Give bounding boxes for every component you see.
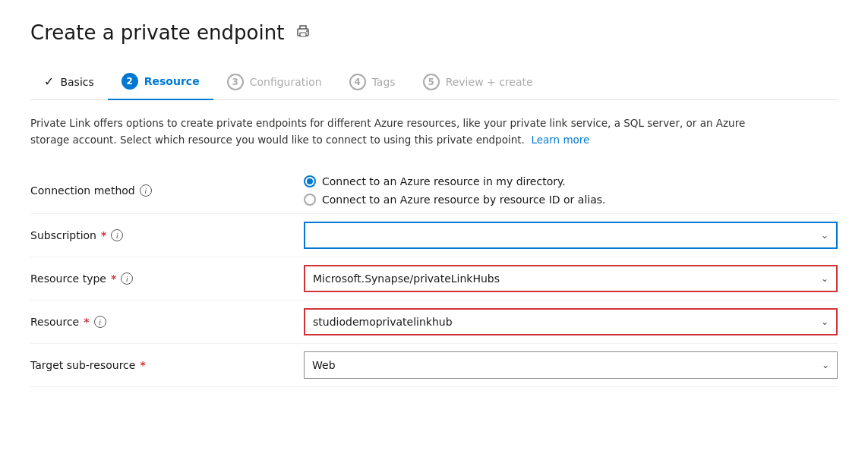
resource-type-value: Microsoft.Synapse/privateLinkHubs [313,272,500,285]
resource-type-control: Microsoft.Synapse/privateLinkHubs ⌄ [304,265,838,292]
tab-review-label: Review + create [446,76,533,88]
subscription-label: Subscription * i [30,229,304,241]
subscription-required: * [101,229,106,241]
target-sub-resource-row: Target sub-resource * Web ⌄ [30,344,838,387]
tab-tags-label: Tags [372,76,396,88]
resource-type-required: * [111,272,116,285]
resource-type-label: Resource type * i [30,272,304,285]
print-icon[interactable] [295,23,311,43]
radio-directory-btn[interactable] [304,175,316,187]
connection-method-info-icon[interactable]: i [140,184,152,197]
resource-row: Resource * i studiodemoprivatelinkhub ⌄ [30,301,838,344]
resource-type-dropdown[interactable]: Microsoft.Synapse/privateLinkHubs ⌄ [304,265,838,292]
tab-configuration-circle: 3 [227,74,244,90]
connection-method-control: Connect to an Azure resource in my direc… [304,175,838,206]
tab-configuration[interactable]: 3 Configuration [213,66,336,99]
subscription-dropdown[interactable]: ⌄ [304,222,838,249]
resource-type-dropdown-arrow: ⌄ [821,273,829,284]
tab-configuration-label: Configuration [250,76,322,88]
tab-basics-label: Basics [60,76,93,88]
target-sub-resource-required: * [140,359,145,371]
description-text: Private Link offers options to create pr… [30,115,775,148]
subscription-info-icon[interactable]: i [111,229,123,241]
wizard-tabs: ✓ Basics 2 Resource 3 Configuration 4 Ta… [30,65,838,100]
resource-dropdown[interactable]: studiodemoprivatelinkhub ⌄ [304,308,838,335]
resource-control: studiodemoprivatelinkhub ⌄ [304,308,838,335]
learn-more-link[interactable]: Learn more [531,134,589,146]
resource-info-icon[interactable]: i [94,316,106,328]
target-sub-resource-control: Web ⌄ [304,351,838,379]
tab-review-create[interactable]: 5 Review + create [409,66,547,99]
svg-rect-1 [300,33,306,36]
resource-dropdown-arrow: ⌄ [821,317,829,327]
target-sub-resource-value: Web [312,359,336,371]
connection-method-row: Connection method i Connect to an Azure … [30,168,838,214]
subscription-control: ⌄ [304,222,838,249]
page-title: Create a private endpoint [30,21,284,44]
connection-method-options: Connect to an Azure resource in my direc… [304,175,838,206]
tab-resource-label: Resource [144,75,200,87]
tab-resource-circle: 2 [122,73,138,90]
radio-resource-id[interactable]: Connect to an Azure resource by resource… [304,194,838,206]
resource-type-info-icon[interactable]: i [121,272,133,285]
target-sub-resource-dropdown[interactable]: Web ⌄ [304,351,838,379]
subscription-row: Subscription * i ⌄ [30,214,838,257]
tab-tags[interactable]: 4 Tags [336,66,409,99]
tab-review-circle: 5 [423,74,440,90]
resource-required: * [84,316,89,328]
resource-label: Resource * i [30,316,304,328]
target-sub-resource-dropdown-arrow: ⌄ [822,360,829,370]
tab-tags-circle: 4 [349,74,366,90]
tab-resource[interactable]: 2 Resource [108,65,213,100]
resource-type-row: Resource type * i Microsoft.Synapse/priv… [30,257,838,301]
page-container: Create a private endpoint ✓ Basics 2 Res… [0,0,868,463]
connection-method-label: Connection method i [30,184,304,197]
subscription-dropdown-arrow: ⌄ [821,230,829,241]
target-sub-resource-label: Target sub-resource * [30,359,304,371]
tab-basics[interactable]: ✓ Basics [30,67,108,98]
svg-point-2 [306,30,308,32]
resource-value: studiodemoprivatelinkhub [313,316,453,328]
basics-check-icon: ✓ [44,74,54,89]
form-section: Connection method i Connect to an Azure … [30,168,838,387]
page-header: Create a private endpoint [30,21,838,44]
radio-directory[interactable]: Connect to an Azure resource in my direc… [304,175,838,187]
radio-resource-id-btn[interactable] [304,194,316,206]
